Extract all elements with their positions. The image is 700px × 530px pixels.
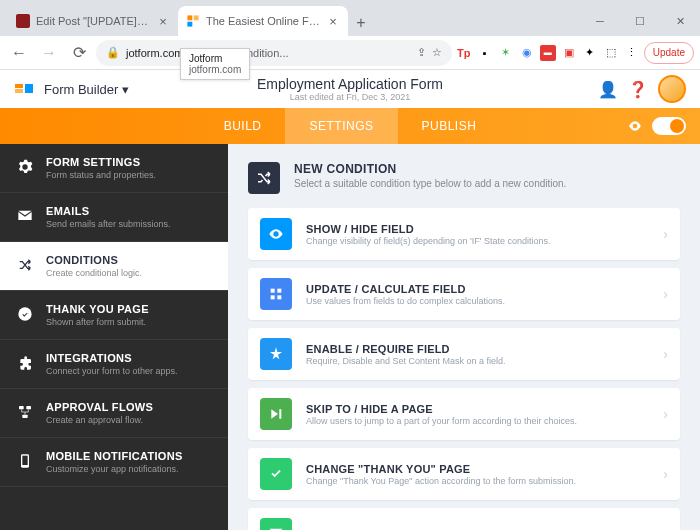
svg-rect-3 [22,415,27,418]
window-controls: ─ ☐ ✕ [580,6,700,36]
puzzle-icon [16,354,34,372]
tab-publish[interactable]: PUBLISH [398,108,501,144]
sidebar-item-desc: Send emails after submissions. [46,219,212,229]
app-header: Form Builder ▾ Employment Application Fo… [0,70,700,108]
check-icon [260,458,292,490]
sidebar-item-emails[interactable]: EMAILS Send emails after submissions. [0,193,228,242]
ext-icon[interactable]: ◉ [519,45,535,61]
sidebar-item-title: THANK YOU PAGE [46,303,212,315]
favicon-icon [16,14,30,28]
shuffle-icon [16,256,34,274]
tab-title: Edit Post "[UPDATE] 6 Free Altern [36,15,150,27]
star-icon[interactable]: ☆ [432,46,442,59]
sidebar-item-form-settings[interactable]: FORM SETTINGS Form status and properties… [0,144,228,193]
url-input[interactable]: 🔒 jotform.com/build/...&condition... ⇪ ☆ [96,40,452,66]
tooltip-host: jotform.com [189,64,241,75]
tab-title: The Easiest Online Form Builder [206,15,320,27]
reload-button[interactable]: ⟳ [66,40,92,66]
svg-rect-2 [26,406,31,409]
condition-card[interactable]: ENABLE / REQUIRE FIELD Require, Disable … [248,328,680,380]
svg-rect-8 [271,295,275,299]
url-host: jotform.com [126,47,183,59]
preview-toggle[interactable] [652,117,686,135]
condition-desc: Allow users to jump to a part of your fo… [306,416,649,426]
condition-title: SKIP TO / HIDE A PAGE [306,403,649,415]
condition-card[interactable]: SKIP TO / HIDE A PAGE Allow users to jum… [248,388,680,440]
star-icon [260,338,292,370]
ext-icon[interactable]: ✦ [582,45,598,61]
ext-icon[interactable]: ▣ [561,45,577,61]
sidebar-item-desc: Shown after form submit. [46,317,212,327]
chevron-right-icon: › [663,466,668,482]
mail-icon [16,207,34,225]
close-button[interactable]: ✕ [660,6,700,36]
ext-icon[interactable]: ⋮ [624,45,640,61]
sidebar-item-approval-flows[interactable]: APPROVAL FLOWS Create an approval flow. [0,389,228,438]
address-bar: ← → ⟳ 🔒 jotform.com/build/...&condition.… [0,36,700,70]
check-icon [16,305,34,323]
new-tab-button[interactable]: + [348,10,374,36]
hover-tooltip: Jotform jotform.com [180,48,250,80]
condition-title: UPDATE / CALCULATE FIELD [306,283,649,295]
condition-desc: Use values from fields to do complex cal… [306,296,649,306]
favicon-icon [186,14,200,28]
update-button[interactable]: Update [644,42,694,64]
browser-tab-1[interactable]: The Easiest Online Form Builder × [178,6,348,36]
form-title-wrap: Employment Application Form Last edited … [257,76,443,102]
tabbar-right [628,117,686,135]
back-button[interactable]: ← [6,40,32,66]
svg-point-0 [18,307,31,320]
form-builder-dropdown[interactable]: Form Builder ▾ [44,82,129,97]
sidebar-item-integrations[interactable]: INTEGRATIONS Connect your form to other … [0,340,228,389]
sidebar-item-mobile-notifications[interactable]: MOBILE NOTIFICATIONS Customize your app … [0,438,228,487]
settings-sidebar: FORM SETTINGS Form status and properties… [0,144,228,530]
ext-icon[interactable]: ⬚ [603,45,619,61]
chevron-right-icon: › [663,526,668,530]
condition-title: SHOW / HIDE FIELD [306,223,649,235]
browser-tab-0[interactable]: Edit Post "[UPDATE] 6 Free Altern × [8,6,178,36]
ext-icon[interactable]: ✶ [498,45,514,61]
eye-icon [260,218,292,250]
conditions-header: NEW CONDITION Select a suitable conditio… [248,162,680,194]
tab-settings[interactable]: SETTINGS [285,108,397,144]
add-collaborator-icon[interactable]: 👤 [598,80,618,99]
ext-icon[interactable]: ▬ [540,45,556,61]
chevron-right-icon: › [663,346,668,362]
condition-card[interactable]: CHANGE "THANK YOU" PAGE Change "Thank Yo… [248,448,680,500]
condition-card[interactable]: UPDATE / CALCULATE FIELD Use values from… [248,268,680,320]
help-icon[interactable]: ❓ [628,80,648,99]
sidebar-item-desc: Create conditional logic. [46,268,212,278]
forward-button[interactable]: → [36,40,62,66]
sidebar-item-desc: Connect your form to other apps. [46,366,212,376]
sidebar-item-title: APPROVAL FLOWS [46,401,212,413]
content: FORM SETTINGS Form status and properties… [0,144,700,530]
svg-rect-6 [271,289,275,293]
maximize-button[interactable]: ☐ [620,6,660,36]
condition-card[interactable]: SHOW / HIDE FIELD Change visibility of f… [248,208,680,260]
svg-rect-9 [277,295,281,299]
ext-icon[interactable]: ▪ [477,45,493,61]
sidebar-item-conditions[interactable]: CONDITIONS Create conditional logic. [0,242,228,291]
share-icon[interactable]: ⇪ [417,46,426,59]
minimize-button[interactable]: ─ [580,6,620,36]
main-tabbar: BUILD SETTINGS PUBLISH [0,108,700,144]
chevron-right-icon: › [663,286,668,302]
conditions-title: NEW CONDITION [294,162,566,176]
preview-icon[interactable] [628,119,642,133]
avatar[interactable] [658,75,686,103]
ext-icon[interactable]: Tp [456,45,472,61]
shuffle-icon [248,162,280,194]
app: Form Builder ▾ Employment Application Fo… [0,70,700,530]
jotform-logo-icon [14,79,34,99]
condition-card[interactable]: CHANGE E-MAIL RECIPIENT › [248,508,680,530]
extension-icons: Tp ▪ ✶ ◉ ▬ ▣ ✦ ⬚ ⋮ [456,45,640,61]
svg-rect-5 [22,456,27,465]
sidebar-item-thank-you-page[interactable]: THANK YOU PAGE Shown after form submit. [0,291,228,340]
condition-desc: Change "Thank You Page" action according… [306,476,649,486]
tab-build[interactable]: BUILD [200,108,286,144]
close-icon[interactable]: × [326,14,340,28]
sidebar-item-desc: Create an approval flow. [46,415,212,425]
lock-icon: 🔒 [106,46,120,59]
skip-icon [260,398,292,430]
close-icon[interactable]: × [156,14,170,28]
